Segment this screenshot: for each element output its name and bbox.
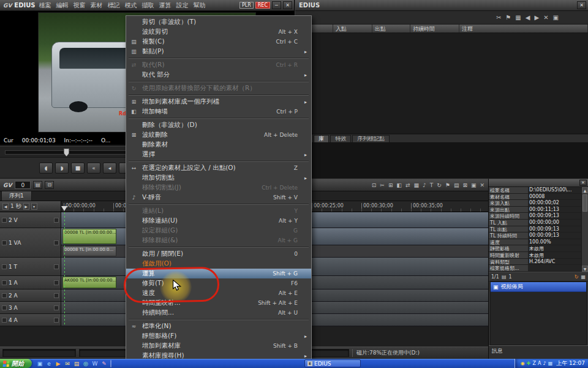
track-header-4a[interactable]: 4 A — [0, 314, 61, 326]
menu-item[interactable]: 取代 部分▸ — [126, 70, 311, 80]
media-player-icon[interactable]: ▶ — [55, 360, 62, 367]
menu-item[interactable]: ≈標準化(N) — [126, 321, 311, 331]
menu-item[interactable]: 連結(L)Y — [126, 206, 311, 216]
track-header-1t[interactable]: 1 T — [0, 258, 61, 276]
add-clip-icon[interactable]: ⊞ — [388, 182, 393, 188]
menu-item[interactable]: 刪除（非波紋）(D) — [126, 120, 311, 130]
scroll-thumb[interactable] — [582, 194, 587, 212]
prev-clip-icon[interactable]: « — [87, 163, 100, 174]
list-icon[interactable]: ▤ — [454, 182, 459, 188]
track-toggle-icon[interactable] — [2, 305, 7, 310]
track-toggle-icon[interactable] — [2, 218, 7, 223]
scale-dropdown-icon[interactable]: ▾ — [31, 203, 37, 210]
bin-tab-序列標記點[interactable]: 序列標記點 — [352, 135, 390, 142]
delete-icon[interactable]: ✕ — [543, 14, 548, 21]
plr-button[interactable]: PLR — [239, 2, 254, 9]
scroll-down-icon[interactable]: ▼ — [582, 266, 588, 272]
volume-icon[interactable]: ♪ — [543, 361, 546, 366]
scroll-up-icon[interactable]: ▲ — [582, 187, 588, 193]
timeline-folder-icon[interactable]: ▤ — [33, 181, 42, 189]
menu-item[interactable]: 移除群組(&)Alt + G — [126, 236, 311, 245]
slider-thumb[interactable] — [64, 148, 69, 156]
menu-item[interactable]: ⇄取代(R)Ctrl + R — [126, 60, 311, 70]
mail-icon[interactable]: ✉ — [64, 360, 71, 367]
edius-task-button[interactable]: E EDIUS — [304, 359, 361, 367]
track-header-3a[interactable]: 3 A — [0, 302, 61, 314]
menu-item[interactable]: 波紋剪切Alt + X — [126, 27, 311, 37]
bin-close-button[interactable]: ✕ — [577, 1, 586, 9]
menubar-item-設定[interactable]: 設定 — [176, 1, 189, 10]
menu-item[interactable]: 啟用 / 關閉(E)0 — [126, 249, 311, 259]
transition-icon[interactable]: ◧ — [396, 182, 402, 188]
menubar-item-素材[interactable]: 素材 — [91, 1, 103, 10]
track-toggle-icon[interactable] — [2, 264, 7, 269]
timeline-number-box[interactable]: 0 — [15, 181, 31, 189]
minimize-button[interactable]: ─ — [272, 1, 281, 9]
menubar-item-模式[interactable]: 模式 — [125, 1, 137, 10]
timeline-clip[interactable]: AK000 TL [In:00:00:00... — [62, 277, 116, 288]
menubar-item-運算[interactable]: 運算 — [159, 1, 172, 10]
bin-tab-庫[interactable]: 庫 — [314, 135, 329, 142]
messenger-icon[interactable]: ◎ — [82, 360, 89, 367]
track-header-2a[interactable]: 2 A — [0, 289, 61, 302]
video-layout-item[interactable]: ▣ 視頻佈局 — [491, 282, 586, 292]
menu-item[interactable]: ⊠波紋刪除Alt + Delete — [126, 130, 311, 140]
next-icon[interactable]: ▶ — [534, 14, 539, 21]
stop-icon[interactable]: ■ — [71, 163, 85, 174]
ime-z-icon[interactable]: Z — [533, 361, 536, 366]
menu-item[interactable]: ♪V-靜音Shift + V — [126, 193, 311, 202]
track-toggle-icon[interactable] — [54, 218, 59, 223]
grid-icon[interactable]: ▦ — [581, 274, 586, 280]
marker-icon[interactable]: ⚑ — [445, 182, 450, 188]
cut-icon[interactable]: ✂ — [496, 14, 501, 21]
ie-icon[interactable]: e — [45, 360, 53, 367]
timeline-clip[interactable]: 00008 TL [In:00:00:0... — [62, 246, 116, 256]
track-toggle-icon[interactable] — [2, 293, 7, 298]
messenger-tray-icon[interactable]: ◉ — [521, 361, 525, 366]
render-icon[interactable]: ↻ — [437, 182, 442, 188]
bin-content-area[interactable] — [295, 33, 588, 134]
menu-item[interactable]: 移除連結(U)Alt + Y — [126, 216, 311, 226]
menu-item[interactable]: 靜態影格(F)▸ — [126, 331, 311, 341]
timeline-clip[interactable]: 00008 TL [In:00:00:00... — [62, 229, 116, 244]
menu-item[interactable]: ⊞增加到素材庫成一個序列檔▸ — [126, 97, 311, 107]
track-toggle-icon[interactable] — [54, 293, 59, 298]
track-toggle-icon[interactable] — [2, 240, 7, 245]
bin-column-入點[interactable]: 入點 — [333, 25, 372, 33]
flag-icon[interactable]: ⚑ — [505, 14, 511, 21]
show-desktop-icon[interactable]: ▣ — [36, 360, 43, 367]
menubar-item-幫助[interactable]: 幫助 — [194, 1, 206, 10]
track-header-1a[interactable]: 1 A — [0, 276, 61, 289]
step-back-icon[interactable]: ◂ — [103, 163, 116, 174]
folder-icon[interactable]: ▤ — [73, 360, 80, 367]
menu-item[interactable]: 移除切割點(J)Ctrl + Delete — [126, 183, 311, 193]
track-toggle-icon[interactable] — [54, 318, 59, 323]
paint-icon[interactable]: ✎ — [100, 360, 108, 367]
start-button[interactable]: 開始 — [0, 359, 32, 368]
sequence-tab[interactable]: 序列1 — [1, 191, 32, 201]
menubar-item-擷取[interactable]: 擷取 — [142, 1, 154, 10]
replace-icon[interactable]: ⇄ — [405, 182, 410, 188]
menu-item[interactable]: 剪切（非波紋）(T) — [126, 17, 311, 27]
antivirus-icon[interactable]: ✚ — [527, 361, 531, 366]
chart-icon[interactable]: ▦ — [515, 14, 521, 21]
cut-icon[interactable]: ✂ — [380, 182, 385, 188]
track-toggle-icon[interactable] — [54, 305, 59, 310]
timeline-save-icon[interactable]: ⊡ — [45, 181, 54, 189]
menubar-item-編輯[interactable]: 編輯 — [56, 1, 69, 10]
menu-item[interactable]: ◧增加轉場Ctrl + P — [126, 107, 311, 117]
track-toggle-icon[interactable] — [2, 280, 7, 285]
refresh-icon[interactable]: ↻ — [575, 274, 579, 280]
menu-item[interactable]: ▥黏貼(P)▸ — [126, 47, 311, 56]
menu-item[interactable]: 持續時間...Alt + U — [126, 308, 311, 318]
info-close-button[interactable]: ✕ — [579, 180, 587, 186]
audio-icon[interactable]: ♪ — [423, 182, 426, 188]
menu-item[interactable]: ↻使用原始素材替換部分下載的素材（R） — [126, 83, 311, 93]
insert-mode-icon[interactable]: ⊡ — [372, 182, 377, 188]
grid-icon[interactable]: ▦ — [413, 182, 419, 188]
zoom-out-icon[interactable]: ◀ — [2, 203, 9, 210]
menubar-item-標記[interactable]: 標記 — [108, 1, 120, 10]
jog-shuttle-right-icon[interactable]: ◗ — [55, 163, 69, 174]
bin-column-注釋[interactable]: 注釋 — [459, 25, 588, 33]
menu-item[interactable]: 刪除素材 — [126, 140, 311, 150]
